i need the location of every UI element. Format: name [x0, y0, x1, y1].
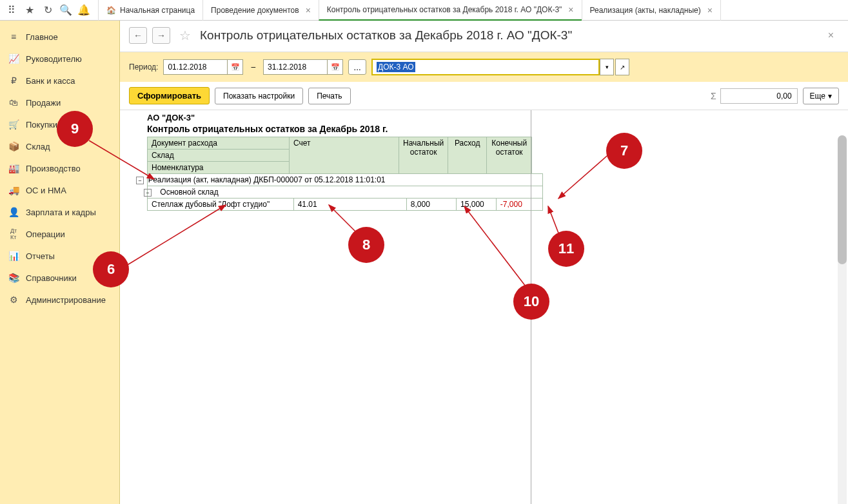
sidebar-item-label: Отчеты: [26, 251, 55, 261]
date-from-input[interactable]: [163, 59, 228, 75]
tab-real-label: Реализация (акты, накладные): [590, 6, 701, 15]
item-account-cell: 41.01: [293, 199, 406, 211]
close-page-button[interactable]: ×: [823, 27, 839, 44]
favorite-button[interactable]: ☆: [179, 28, 191, 43]
col-end: Конечный остаток: [487, 137, 532, 174]
start-balance-cell: 8,000: [406, 199, 456, 211]
annotation-7: 7: [606, 133, 642, 169]
report-org: АО "ДОК-3": [147, 113, 839, 122]
reports-icon: 📊: [8, 250, 19, 262]
annotation-10: 10: [513, 284, 549, 320]
gear-icon: ⚙: [8, 294, 19, 305]
show-settings-button[interactable]: Показать настройки: [215, 88, 303, 104]
item-name-cell[interactable]: Стеллаж дубовый "Лофт студио": [148, 199, 294, 211]
col-warehouse: Склад: [148, 150, 290, 162]
person-icon: 👤: [8, 206, 19, 218]
period-label: Период:: [129, 63, 158, 72]
col-doc: Документ расхода: [148, 137, 290, 150]
tab-report-label: Контроль отрицательных остатков за Декаб…: [327, 5, 562, 14]
annotation-9: 9: [57, 111, 93, 147]
sidebar-item-label: Зарплата и кадры: [26, 208, 96, 217]
history-icon[interactable]: ↻: [39, 1, 57, 19]
books-icon: 📚: [8, 272, 19, 284]
sigma-icon: Σ: [711, 91, 716, 101]
star-icon[interactable]: ★: [21, 1, 39, 19]
factory-icon: 🏭: [8, 162, 19, 174]
sidebar-item-admin[interactable]: ⚙Администрирование: [0, 289, 119, 311]
calendar-from-button[interactable]: 📅: [228, 59, 243, 75]
truck-icon: 🚚: [8, 184, 19, 196]
date-to-input[interactable]: [263, 59, 328, 75]
sidebar-item-label: ОС и НМА: [26, 186, 66, 195]
chevron-down-icon: ▾: [828, 92, 832, 101]
ruble-icon: ₽: [8, 75, 19, 86]
sidebar-item-label: Администрирование: [26, 295, 106, 305]
annotation-8: 8: [348, 227, 384, 263]
sum-input[interactable]: [720, 88, 798, 104]
print-button[interactable]: Печать: [308, 88, 350, 104]
bag-icon: 🛍: [8, 97, 19, 108]
home-icon: 🏠: [106, 6, 116, 15]
operations-icon: ДтКт: [8, 228, 19, 240]
sidebar-item-production[interactable]: 🏭Производство: [0, 157, 119, 179]
bell-icon[interactable]: 🔔: [75, 1, 93, 19]
calendar-to-button[interactable]: 📅: [328, 59, 343, 75]
form-button[interactable]: Сформировать: [129, 87, 210, 104]
sidebar-item-label: Склад: [26, 142, 50, 151]
sidebar-item-main[interactable]: ≡Главное: [0, 26, 119, 48]
sidebar-item-salary[interactable]: 👤Зарплата и кадры: [0, 201, 119, 223]
sidebar-item-label: Банк и касса: [26, 76, 75, 86]
tab-home-label: Начальная страница: [120, 6, 195, 15]
search-icon[interactable]: 🔍: [57, 1, 75, 19]
col-nomenclature: Номенклатура: [148, 162, 290, 174]
sidebar-item-label: Справочники: [26, 273, 77, 283]
report-title: Контроль отрицательных остатков за Декаб…: [147, 124, 839, 134]
close-icon[interactable]: ×: [568, 5, 573, 15]
dash: –: [251, 63, 255, 72]
tab-report[interactable]: Контроль отрицательных остатков за Декаб…: [319, 0, 582, 21]
col-start: Начальный остаток: [399, 137, 448, 174]
annotation-11: 11: [548, 231, 584, 267]
more-button[interactable]: Еще▾: [803, 88, 839, 104]
sidebar-item-label: Производство: [26, 164, 81, 173]
sidebar-item-label: Покупки: [26, 120, 57, 130]
tab-home[interactable]: 🏠 Начальная страница: [98, 0, 203, 21]
period-select-button[interactable]: ...: [348, 59, 366, 75]
sidebar-item-operations[interactable]: ДтКтОперации: [0, 223, 119, 245]
tab-real[interactable]: Реализация (акты, накладные) ×: [582, 0, 721, 21]
organization-value: ДОК-3 АО: [377, 62, 415, 72]
chart-icon: 📈: [8, 53, 19, 64]
forward-button[interactable]: →: [152, 27, 170, 44]
sidebar-item-sales[interactable]: 🛍Продажи: [0, 92, 119, 113]
col-expense: Расход: [448, 137, 487, 174]
sidebar-item-assets[interactable]: 🚚ОС и НМА: [0, 179, 119, 201]
apps-icon[interactable]: ⠿: [3, 1, 21, 19]
sidebar-item-label: Продажи: [26, 98, 61, 108]
report-area: АО "ДОК-3" Контроль отрицательных остатк…: [120, 110, 848, 504]
page-title: Контроль отрицательных остатков за Декаб…: [200, 28, 572, 43]
cart-icon: 🛒: [8, 119, 19, 130]
sidebar-item-label: Руководителю: [26, 54, 82, 64]
scrollbar-thumb[interactable]: [838, 135, 847, 264]
doc-row[interactable]: − Реализация (акт, накладная) ДКБП-00000…: [148, 174, 543, 186]
close-icon[interactable]: ×: [707, 5, 713, 15]
back-button[interactable]: ←: [129, 27, 147, 44]
report-table: Документ расхода Счет Начальный остаток …: [147, 137, 532, 174]
sidebar-item-bank[interactable]: ₽Банк и касса: [0, 70, 119, 92]
open-ref-button[interactable]: ↗: [615, 59, 629, 75]
box-icon: 📦: [8, 141, 19, 152]
warehouse-row[interactable]: − Основной склад: [148, 186, 543, 199]
sidebar-item-manager[interactable]: 📈Руководителю: [0, 48, 119, 70]
sidebar-item-label: Операции: [26, 229, 65, 239]
close-icon[interactable]: ×: [306, 5, 311, 15]
sidebar-item-label: Главное: [26, 32, 58, 42]
tab-docs[interactable]: Проведение документов ×: [202, 0, 319, 21]
col-account: Счет: [290, 137, 399, 174]
tab-docs-label: Проведение документов: [211, 6, 299, 15]
annotation-6: 6: [93, 251, 129, 287]
organization-select[interactable]: ДОК-3 АО: [371, 59, 600, 75]
end-balance-cell: -7,000: [496, 199, 542, 211]
dropdown-button[interactable]: ▾: [600, 59, 614, 75]
scrollbar-vertical[interactable]: [838, 135, 847, 504]
expense-cell: 15,000: [457, 199, 497, 211]
